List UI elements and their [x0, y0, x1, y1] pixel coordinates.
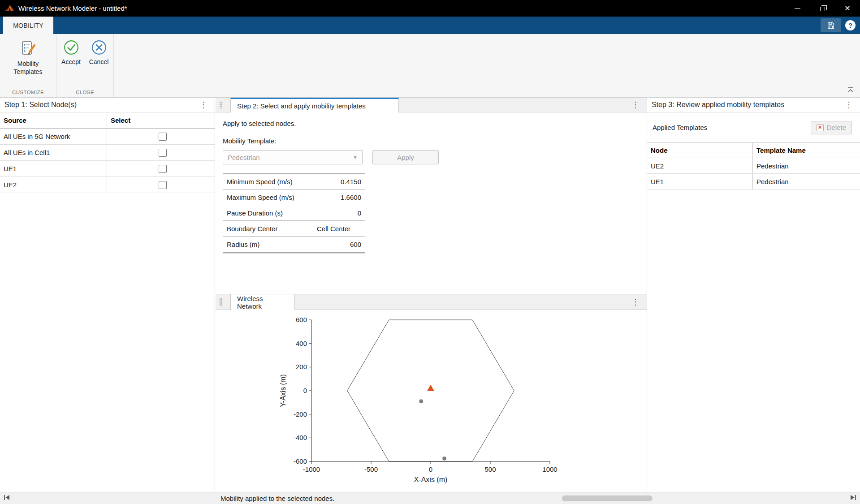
svg-text:0: 0 [303, 387, 307, 394]
panel-step1: Step 1: Select Node(s) ⋮ Source Select A… [0, 98, 215, 492]
step1-table-header: Source Select [0, 112, 215, 129]
section-close: Accept Cancel CLOSE [56, 34, 114, 97]
property-value[interactable]: 0 [313, 205, 365, 220]
mobility-templates-icon [19, 39, 37, 57]
panel-step3: Step 3: Review applied mobility template… [647, 98, 860, 492]
skip-left-icon [4, 495, 10, 500]
table-row[interactable]: All UEs in Cell1 [0, 145, 215, 161]
section-label-close: CLOSE [56, 90, 113, 97]
figure-content: -1000-50005001000-600-400-2000200400600X… [216, 310, 647, 492]
chevron-down-icon: ▼ [353, 155, 358, 160]
table-row[interactable]: UE2 Pedestrian [647, 158, 860, 174]
table-row[interactable]: UE1 [0, 161, 215, 177]
step2-tabstrip: Step 2: Select and apply mobility templa… [216, 98, 647, 112]
template-dropdown[interactable]: Pedestrian ▼ [223, 150, 363, 164]
template-dropdown-value: Pedestrian [228, 154, 260, 161]
table-row[interactable]: All UEs in 5G Network [0, 129, 215, 145]
column-source: Source [0, 112, 107, 128]
step1-title: Step 1: Select Node(s) [4, 101, 77, 109]
applied-templates-row: Applied Templates ✕ Delete [647, 112, 860, 142]
figure-menu-icon[interactable]: ⋮ [631, 298, 640, 306]
step3-menu-icon[interactable]: ⋮ [845, 101, 853, 109]
step2-menu-icon[interactable]: ⋮ [631, 101, 640, 109]
column-node: Node [647, 143, 753, 158]
svg-text:200: 200 [296, 363, 307, 370]
property-value[interactable]: 1.6600 [313, 190, 365, 205]
property-row: Pause Duration (s) 0 [223, 205, 365, 221]
minimize-icon [795, 8, 800, 9]
tab-wireless-network[interactable]: Wireless Network [230, 294, 295, 310]
close-button[interactable]: ✕ [835, 0, 860, 17]
property-row: Minimum Speed (m/s) 0.4150 [223, 174, 365, 190]
step1-header: Step 1: Select Node(s) ⋮ [0, 98, 215, 112]
select-checkbox[interactable] [159, 133, 167, 141]
cancel-icon [91, 39, 107, 56]
drag-handle[interactable] [219, 298, 223, 306]
restore-icon [820, 7, 825, 11]
svg-text:-500: -500 [364, 465, 378, 473]
collapse-toolstrip-icon [847, 86, 855, 94]
panel-step2: Step 2: Select and apply mobility templa… [216, 98, 647, 492]
save-button[interactable] [821, 18, 841, 32]
cancel-button[interactable]: Cancel [86, 34, 112, 66]
ribbon-tab-bar: MOBILITY ? [0, 17, 860, 34]
wireless-network-plot: -1000-50005001000-600-400-2000200400600X… [216, 310, 647, 492]
step3-table-header: Node Template Name [647, 142, 860, 158]
accept-button[interactable]: Accept [58, 34, 84, 66]
select-checkbox[interactable] [159, 149, 167, 157]
step3-title: Step 3: Review applied mobility template… [652, 101, 784, 109]
property-name: Boundary Center [223, 221, 313, 236]
tab-step2[interactable]: Step 2: Select and apply mobility templa… [230, 98, 399, 112]
source-cell: All UEs in 5G Network [0, 129, 107, 144]
property-value[interactable]: 600 [313, 237, 365, 252]
property-row: Maximum Speed (m/s) 1.6600 [223, 190, 365, 205]
svg-text:500: 500 [484, 465, 496, 473]
svg-text:X-Axis (m): X-Axis (m) [414, 476, 448, 483]
svg-text:0: 0 [429, 465, 432, 473]
mobility-templates-button[interactable]: Mobility Templates [3, 34, 53, 76]
titlebar: Wireless Network Modeler - untitled* ✕ [0, 0, 860, 17]
property-value[interactable]: Cell Center [313, 221, 365, 236]
svg-text:-1000: -1000 [303, 465, 320, 473]
select-checkbox[interactable] [159, 181, 167, 189]
accept-icon [63, 39, 79, 56]
svg-text:-200: -200 [294, 410, 307, 418]
scroll-to-start-button[interactable] [4, 494, 10, 502]
select-checkbox[interactable] [159, 165, 167, 173]
svg-text:-400: -400 [294, 434, 307, 441]
matlab-logo-icon [4, 4, 14, 13]
column-template-name: Template Name [753, 143, 860, 158]
main-area: Step 1: Select Node(s) ⋮ Source Select A… [0, 98, 860, 492]
step1-menu-icon[interactable]: ⋮ [199, 101, 207, 109]
apply-button[interactable]: Apply [372, 150, 439, 164]
source-cell: UE1 [0, 161, 107, 177]
template-cell: Pedestrian [753, 158, 860, 173]
close-icon: ✕ [844, 4, 850, 13]
minimize-button[interactable] [785, 0, 810, 17]
svg-text:-600: -600 [294, 457, 307, 465]
drag-handle[interactable] [219, 101, 223, 108]
accept-label: Accept [61, 58, 81, 66]
help-button[interactable]: ? [845, 20, 856, 30]
source-cell: UE2 [0, 177, 107, 193]
restore-button[interactable] [810, 0, 835, 17]
mobility-templates-label: Mobility Templates [3, 60, 53, 76]
property-name: Radius (m) [223, 237, 313, 252]
table-row[interactable]: UE1 Pedestrian [647, 174, 860, 190]
apply-hint: Apply to selected nodes. [223, 120, 640, 127]
toolstrip: Mobility Templates CUSTOMIZE Accept Canc… [0, 34, 860, 98]
node-cell: UE2 [647, 158, 753, 173]
step3-header: Step 3: Review applied mobility template… [647, 98, 860, 112]
scroll-to-end-button[interactable] [850, 494, 856, 502]
collapse-toolstrip-button[interactable] [847, 86, 855, 94]
template-cell: Pedestrian [753, 174, 860, 189]
horizontal-scrollbar-thumb[interactable] [562, 495, 653, 501]
help-icon: ? [848, 22, 852, 29]
status-message: Mobility applied to the selected nodes. [220, 495, 334, 502]
step2-content: Apply to selected nodes. Mobility Templa… [216, 112, 647, 294]
property-value[interactable]: 0.4150 [313, 174, 365, 189]
delete-button[interactable]: ✕ Delete [811, 121, 852, 134]
column-select: Select [107, 112, 215, 128]
table-row[interactable]: UE2 [0, 177, 215, 193]
tab-mobility[interactable]: MOBILITY [3, 17, 53, 34]
